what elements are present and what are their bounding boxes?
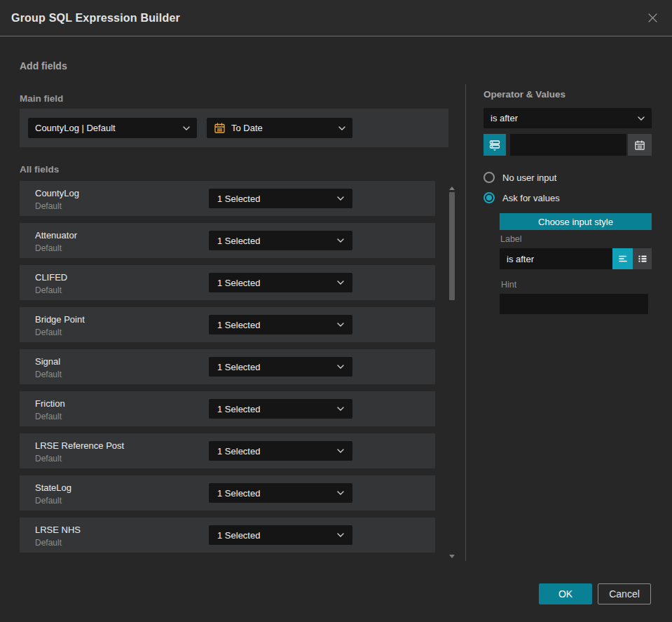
field-row: Friction Default 1 Selected bbox=[20, 391, 435, 426]
field-name: LRSE NHS bbox=[35, 525, 81, 535]
all-fields-list: CountyLog Default 1 Selected Attenuator … bbox=[20, 181, 435, 553]
field-name: LRSE Reference Post bbox=[35, 440, 124, 451]
close-icon bbox=[647, 12, 659, 24]
field-row: Attenuator Default 1 Selected bbox=[20, 223, 435, 258]
calendar-icon bbox=[634, 140, 645, 151]
bulleted-list-icon bbox=[637, 253, 648, 264]
radio-no-user-input-label: No user input bbox=[502, 173, 556, 183]
field-sub: Default bbox=[35, 243, 62, 253]
chevron-down-icon bbox=[337, 365, 344, 369]
field-sub: Default bbox=[35, 327, 62, 337]
field-sub: Default bbox=[35, 285, 62, 295]
field-row: StateLog Default 1 Selected bbox=[20, 475, 435, 511]
chevron-down-icon bbox=[638, 116, 645, 121]
list-value-style-button[interactable] bbox=[633, 248, 652, 269]
field-selected-dropdown[interactable]: 1 Selected bbox=[209, 441, 352, 461]
chevron-down-icon bbox=[337, 323, 344, 327]
field-sub: Default bbox=[35, 496, 62, 506]
main-field-panel: CountyLog | Default To Date bbox=[20, 109, 448, 147]
cancel-button[interactable]: Cancel bbox=[598, 583, 651, 604]
field-name: Attenuator bbox=[35, 230, 77, 241]
field-row: LRSE NHS Default 1 Selected bbox=[20, 518, 435, 553]
main-field-select[interactable]: CountyLog | Default bbox=[28, 118, 197, 138]
chevron-down-icon bbox=[337, 280, 344, 285]
field-selected-label: 1 Selected bbox=[217, 362, 260, 372]
choose-input-style-button[interactable]: Choose input style bbox=[500, 213, 652, 230]
single-value-style-button[interactable] bbox=[612, 248, 633, 269]
list-scrollbar[interactable] bbox=[447, 182, 457, 561]
field-selected-dropdown[interactable]: 1 Selected bbox=[209, 189, 352, 208]
field-name: Friction bbox=[35, 398, 65, 409]
chevron-down-icon bbox=[337, 533, 344, 537]
operator-values-heading: Operator & Values bbox=[484, 89, 565, 100]
field-selected-dropdown[interactable]: 1 Selected bbox=[209, 525, 352, 545]
chevron-down-icon bbox=[183, 126, 190, 130]
chevron-down-icon bbox=[337, 407, 344, 411]
field-stack-icon bbox=[488, 139, 501, 151]
radio-no-user-input[interactable]: No user input bbox=[484, 172, 556, 183]
field-selected-label: 1 Selected bbox=[217, 194, 260, 204]
chevron-down-icon bbox=[337, 491, 344, 495]
field-sub: Default bbox=[35, 370, 62, 379]
field-selected-label: 1 Selected bbox=[217, 446, 260, 457]
field-row: Bridge Point Default 1 Selected bbox=[20, 307, 435, 342]
add-fields-heading: Add fields bbox=[20, 60, 67, 72]
field-sub: Default bbox=[35, 538, 62, 548]
dialog-title: Group SQL Expression Builder bbox=[11, 12, 180, 25]
radio-circle-selected-icon[interactable] bbox=[484, 192, 495, 203]
field-row: Signal Default 1 Selected bbox=[20, 349, 435, 384]
label-input[interactable] bbox=[500, 248, 612, 269]
field-selected-label: 1 Selected bbox=[217, 530, 260, 541]
field-name: CountyLog bbox=[35, 188, 79, 198]
radio-circle-icon[interactable] bbox=[484, 172, 495, 183]
field-sub: Default bbox=[35, 454, 62, 464]
field-row: LRSE Reference Post Default 1 Selected bbox=[20, 433, 435, 468]
field-selected-label: 1 Selected bbox=[217, 236, 260, 246]
operator-select[interactable]: is after bbox=[484, 108, 652, 128]
chevron-down-icon bbox=[337, 449, 344, 453]
align-left-icon bbox=[617, 253, 629, 264]
ok-button[interactable]: OK bbox=[539, 583, 592, 604]
all-fields-label: All fields bbox=[20, 164, 59, 175]
field-sub: Default bbox=[35, 412, 62, 421]
value-source-button[interactable] bbox=[484, 134, 506, 156]
hint-field-label: Hint bbox=[501, 280, 516, 290]
panel-divider bbox=[465, 84, 466, 561]
field-selected-dropdown[interactable]: 1 Selected bbox=[209, 315, 352, 334]
field-name: CLIFED bbox=[35, 272, 67, 283]
value-calendar-button[interactable] bbox=[628, 134, 652, 156]
chevron-down-icon bbox=[338, 126, 345, 130]
field-name: Bridge Point bbox=[35, 314, 85, 325]
close-button[interactable] bbox=[644, 10, 661, 27]
radio-ask-for-values-label: Ask for values bbox=[502, 193, 560, 203]
field-selected-dropdown[interactable]: 1 Selected bbox=[209, 399, 352, 419]
field-selected-dropdown[interactable]: 1 Selected bbox=[209, 273, 352, 292]
scroll-up-arrow-icon[interactable] bbox=[449, 187, 455, 190]
field-row: CountyLog Default 1 Selected bbox=[20, 181, 435, 216]
field-selected-label: 1 Selected bbox=[217, 278, 260, 288]
field-selected-dropdown[interactable]: 1 Selected bbox=[209, 231, 352, 250]
field-selected-label: 1 Selected bbox=[217, 320, 260, 330]
operator-select-value: is after bbox=[491, 113, 518, 123]
group-sql-expression-builder-dialog: Group SQL Expression Builder Add fields … bbox=[0, 0, 672, 622]
field-name: StateLog bbox=[35, 482, 71, 493]
scroll-down-arrow-icon[interactable] bbox=[449, 555, 455, 558]
chevron-down-icon bbox=[337, 196, 344, 201]
field-selected-label: 1 Selected bbox=[217, 488, 260, 499]
field-selected-dropdown[interactable]: 1 Selected bbox=[209, 483, 352, 503]
calendar-icon bbox=[214, 122, 226, 134]
label-field-label: Label bbox=[500, 234, 522, 244]
field-row: CLIFED Default 1 Selected bbox=[20, 265, 435, 300]
title-bar: Group SQL Expression Builder bbox=[0, 0, 672, 36]
field-selected-label: 1 Selected bbox=[217, 404, 260, 414]
field-selected-dropdown[interactable]: 1 Selected bbox=[209, 357, 352, 377]
hint-input[interactable] bbox=[500, 294, 648, 314]
field-sub: Default bbox=[35, 201, 62, 211]
main-field-date-select[interactable]: To Date bbox=[207, 118, 352, 138]
main-field-label: Main field bbox=[20, 93, 63, 104]
radio-ask-for-values[interactable]: Ask for values bbox=[484, 192, 560, 203]
field-name: Signal bbox=[35, 356, 60, 367]
value-date-input[interactable] bbox=[510, 134, 626, 156]
main-field-date-value: To Date bbox=[231, 123, 263, 133]
scrollbar-thumb[interactable] bbox=[449, 192, 455, 300]
